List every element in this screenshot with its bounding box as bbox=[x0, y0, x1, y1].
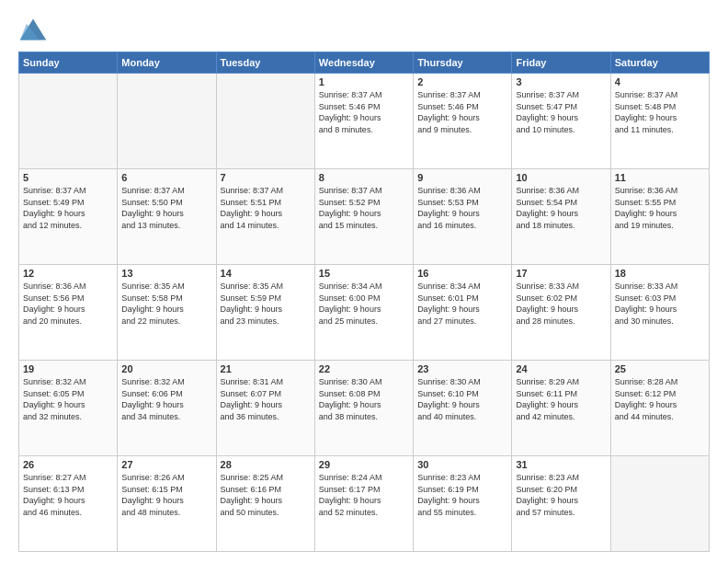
day-info: Sunrise: 8:34 AM Sunset: 6:00 PM Dayligh… bbox=[319, 281, 409, 327]
day-info: Sunrise: 8:36 AM Sunset: 5:55 PM Dayligh… bbox=[615, 185, 705, 231]
day-number: 23 bbox=[417, 363, 507, 374]
day-info: Sunrise: 8:23 AM Sunset: 6:20 PM Dayligh… bbox=[516, 472, 606, 518]
calendar-cell: 20Sunrise: 8:32 AM Sunset: 6:06 PM Dayli… bbox=[118, 361, 216, 456]
day-info: Sunrise: 8:34 AM Sunset: 6:01 PM Dayligh… bbox=[417, 281, 507, 327]
day-info: Sunrise: 8:37 AM Sunset: 5:48 PM Dayligh… bbox=[615, 89, 705, 135]
calendar-cell: 1Sunrise: 8:37 AM Sunset: 5:46 PM Daylig… bbox=[314, 74, 413, 169]
day-info: Sunrise: 8:31 AM Sunset: 6:07 PM Dayligh… bbox=[221, 376, 311, 422]
day-number: 9 bbox=[417, 172, 507, 183]
week-row-2: 5Sunrise: 8:37 AM Sunset: 5:49 PM Daylig… bbox=[19, 169, 710, 265]
day-info: Sunrise: 8:36 AM Sunset: 5:56 PM Dayligh… bbox=[23, 281, 113, 327]
day-number: 28 bbox=[221, 459, 311, 470]
calendar-cell: 19Sunrise: 8:32 AM Sunset: 6:05 PM Dayli… bbox=[19, 361, 118, 456]
header bbox=[18, 17, 710, 42]
day-info: Sunrise: 8:30 AM Sunset: 6:10 PM Dayligh… bbox=[417, 376, 507, 422]
day-info: Sunrise: 8:30 AM Sunset: 6:08 PM Dayligh… bbox=[319, 376, 409, 422]
calendar-cell: 2Sunrise: 8:37 AM Sunset: 5:46 PM Daylig… bbox=[414, 74, 512, 169]
day-info: Sunrise: 8:33 AM Sunset: 6:03 PM Dayligh… bbox=[615, 281, 705, 327]
week-row-5: 26Sunrise: 8:27 AM Sunset: 6:13 PM Dayli… bbox=[19, 456, 710, 552]
day-number: 20 bbox=[121, 363, 211, 374]
calendar-cell: 28Sunrise: 8:25 AM Sunset: 6:16 PM Dayli… bbox=[216, 456, 314, 552]
calendar-cell: 10Sunrise: 8:36 AM Sunset: 5:54 PM Dayli… bbox=[512, 169, 610, 265]
logo bbox=[18, 17, 51, 42]
day-number: 3 bbox=[516, 76, 606, 87]
day-info: Sunrise: 8:37 AM Sunset: 5:52 PM Dayligh… bbox=[319, 185, 409, 231]
day-info: Sunrise: 8:29 AM Sunset: 6:11 PM Dayligh… bbox=[516, 376, 606, 422]
day-info: Sunrise: 8:32 AM Sunset: 6:05 PM Dayligh… bbox=[23, 376, 113, 422]
calendar-cell: 4Sunrise: 8:37 AM Sunset: 5:48 PM Daylig… bbox=[610, 74, 709, 169]
weekday-saturday: Saturday bbox=[610, 52, 709, 74]
day-number: 16 bbox=[417, 268, 507, 279]
day-info: Sunrise: 8:37 AM Sunset: 5:46 PM Dayligh… bbox=[417, 89, 507, 135]
day-number: 4 bbox=[615, 76, 705, 87]
calendar-cell: 30Sunrise: 8:23 AM Sunset: 6:19 PM Dayli… bbox=[414, 456, 512, 552]
day-info: Sunrise: 8:33 AM Sunset: 6:02 PM Dayligh… bbox=[516, 281, 606, 327]
calendar-cell bbox=[216, 74, 314, 169]
day-info: Sunrise: 8:37 AM Sunset: 5:46 PM Dayligh… bbox=[319, 89, 409, 135]
day-number: 27 bbox=[121, 459, 211, 470]
calendar-cell: 15Sunrise: 8:34 AM Sunset: 6:00 PM Dayli… bbox=[314, 265, 413, 361]
calendar-cell: 25Sunrise: 8:28 AM Sunset: 6:12 PM Dayli… bbox=[610, 361, 709, 456]
logo-icon bbox=[18, 17, 48, 42]
week-row-4: 19Sunrise: 8:32 AM Sunset: 6:05 PM Dayli… bbox=[19, 361, 710, 456]
day-number: 6 bbox=[121, 172, 211, 183]
day-number: 2 bbox=[417, 76, 507, 87]
day-info: Sunrise: 8:25 AM Sunset: 6:16 PM Dayligh… bbox=[221, 472, 311, 518]
calendar-cell: 16Sunrise: 8:34 AM Sunset: 6:01 PM Dayli… bbox=[414, 265, 512, 361]
calendar-cell: 8Sunrise: 8:37 AM Sunset: 5:52 PM Daylig… bbox=[314, 169, 413, 265]
calendar-cell: 13Sunrise: 8:35 AM Sunset: 5:58 PM Dayli… bbox=[118, 265, 216, 361]
day-number: 14 bbox=[221, 268, 311, 279]
weekday-sunday: Sunday bbox=[19, 52, 118, 74]
calendar-cell bbox=[118, 74, 216, 169]
day-number: 8 bbox=[319, 172, 409, 183]
week-row-3: 12Sunrise: 8:36 AM Sunset: 5:56 PM Dayli… bbox=[19, 265, 710, 361]
day-info: Sunrise: 8:24 AM Sunset: 6:17 PM Dayligh… bbox=[319, 472, 409, 518]
day-number: 30 bbox=[417, 459, 507, 470]
calendar-cell: 11Sunrise: 8:36 AM Sunset: 5:55 PM Dayli… bbox=[610, 169, 709, 265]
day-number: 12 bbox=[23, 268, 113, 279]
day-info: Sunrise: 8:23 AM Sunset: 6:19 PM Dayligh… bbox=[417, 472, 507, 518]
day-number: 21 bbox=[221, 363, 311, 374]
day-info: Sunrise: 8:26 AM Sunset: 6:15 PM Dayligh… bbox=[121, 472, 211, 518]
calendar-cell: 14Sunrise: 8:35 AM Sunset: 5:59 PM Dayli… bbox=[216, 265, 314, 361]
calendar-cell: 29Sunrise: 8:24 AM Sunset: 6:17 PM Dayli… bbox=[314, 456, 413, 552]
calendar-cell: 31Sunrise: 8:23 AM Sunset: 6:20 PM Dayli… bbox=[512, 456, 610, 552]
calendar-cell: 3Sunrise: 8:37 AM Sunset: 5:47 PM Daylig… bbox=[512, 74, 610, 169]
day-number: 31 bbox=[516, 459, 606, 470]
weekday-header-row: SundayMondayTuesdayWednesdayThursdayFrid… bbox=[19, 52, 710, 74]
day-info: Sunrise: 8:37 AM Sunset: 5:50 PM Dayligh… bbox=[121, 185, 211, 231]
day-number: 29 bbox=[319, 459, 409, 470]
day-info: Sunrise: 8:35 AM Sunset: 5:58 PM Dayligh… bbox=[121, 281, 211, 327]
calendar-cell: 23Sunrise: 8:30 AM Sunset: 6:10 PM Dayli… bbox=[414, 361, 512, 456]
calendar-cell: 6Sunrise: 8:37 AM Sunset: 5:50 PM Daylig… bbox=[118, 169, 216, 265]
calendar-cell: 12Sunrise: 8:36 AM Sunset: 5:56 PM Dayli… bbox=[19, 265, 118, 361]
calendar-cell: 27Sunrise: 8:26 AM Sunset: 6:15 PM Dayli… bbox=[118, 456, 216, 552]
weekday-wednesday: Wednesday bbox=[314, 52, 413, 74]
day-number: 22 bbox=[319, 363, 409, 374]
weekday-tuesday: Tuesday bbox=[216, 52, 314, 74]
calendar-cell: 17Sunrise: 8:33 AM Sunset: 6:02 PM Dayli… bbox=[512, 265, 610, 361]
day-number: 13 bbox=[121, 268, 211, 279]
day-number: 5 bbox=[23, 172, 113, 183]
day-info: Sunrise: 8:28 AM Sunset: 6:12 PM Dayligh… bbox=[615, 376, 705, 422]
day-info: Sunrise: 8:36 AM Sunset: 5:54 PM Dayligh… bbox=[516, 185, 606, 231]
calendar-table: SundayMondayTuesdayWednesdayThursdayFrid… bbox=[18, 52, 710, 552]
day-number: 25 bbox=[615, 363, 705, 374]
day-info: Sunrise: 8:37 AM Sunset: 5:47 PM Dayligh… bbox=[516, 89, 606, 135]
day-info: Sunrise: 8:32 AM Sunset: 6:06 PM Dayligh… bbox=[121, 376, 211, 422]
day-number: 1 bbox=[319, 76, 409, 87]
weekday-thursday: Thursday bbox=[414, 52, 512, 74]
page: SundayMondayTuesdayWednesdayThursdayFrid… bbox=[0, 0, 728, 563]
day-number: 10 bbox=[516, 172, 606, 183]
day-info: Sunrise: 8:36 AM Sunset: 5:53 PM Dayligh… bbox=[417, 185, 507, 231]
calendar-cell: 26Sunrise: 8:27 AM Sunset: 6:13 PM Dayli… bbox=[19, 456, 118, 552]
day-number: 15 bbox=[319, 268, 409, 279]
weekday-friday: Friday bbox=[512, 52, 610, 74]
calendar-cell: 24Sunrise: 8:29 AM Sunset: 6:11 PM Dayli… bbox=[512, 361, 610, 456]
day-number: 18 bbox=[615, 268, 705, 279]
day-info: Sunrise: 8:37 AM Sunset: 5:49 PM Dayligh… bbox=[23, 185, 113, 231]
week-row-1: 1Sunrise: 8:37 AM Sunset: 5:46 PM Daylig… bbox=[19, 74, 710, 169]
calendar-cell: 21Sunrise: 8:31 AM Sunset: 6:07 PM Dayli… bbox=[216, 361, 314, 456]
day-info: Sunrise: 8:35 AM Sunset: 5:59 PM Dayligh… bbox=[221, 281, 311, 327]
day-number: 7 bbox=[221, 172, 311, 183]
